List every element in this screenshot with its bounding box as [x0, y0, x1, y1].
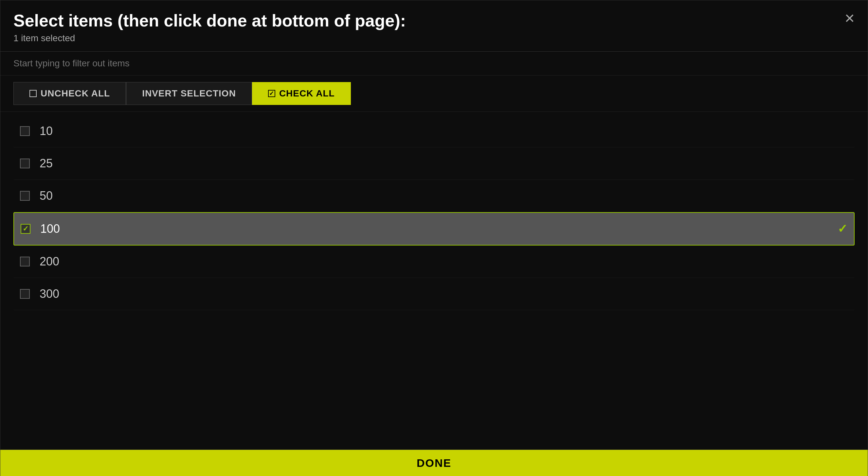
select-items-modal: Select items (then click done at bottom … — [0, 0, 868, 476]
check-icon: ✓ — [268, 90, 275, 97]
modal-footer: DONE — [0, 449, 868, 476]
control-buttons-row: UNCHECK ALL INVERT SELECTION ✓ CHECK ALL — [0, 75, 868, 112]
list-item[interactable]: 25 — [13, 147, 855, 180]
item-checkbox — [20, 257, 30, 266]
item-label: 100 — [40, 222, 60, 236]
list-item[interactable]: 10 — [13, 115, 855, 147]
close-button[interactable]: × — [845, 9, 855, 27]
list-item[interactable]: 200 — [13, 245, 855, 278]
list-item[interactable]: 300 — [13, 278, 855, 310]
modal-title: Select items (then click done at bottom … — [13, 11, 855, 30]
check-all-button[interactable]: ✓ CHECK ALL — [252, 82, 351, 105]
filter-input[interactable] — [13, 58, 855, 69]
item-checkbox — [20, 289, 30, 299]
list-item[interactable]: 50 — [13, 180, 855, 212]
uncheck-all-button[interactable]: UNCHECK ALL — [13, 82, 126, 105]
modal-header: Select items (then click done at bottom … — [0, 0, 868, 52]
filter-row — [0, 52, 868, 75]
item-label: 10 — [40, 124, 53, 138]
item-label: 25 — [40, 157, 53, 170]
item-label: 50 — [40, 189, 53, 203]
invert-selection-button[interactable]: INVERT SELECTION — [126, 82, 252, 105]
items-list: 102550✓100200300 — [0, 112, 868, 449]
done-button[interactable]: DONE — [0, 450, 868, 476]
item-checkbox — [20, 159, 30, 168]
item-checkbox — [20, 126, 30, 136]
item-label: 200 — [40, 255, 59, 268]
item-checkbox — [20, 191, 30, 201]
modal-selected-count: 1 item selected — [13, 33, 855, 43]
uncheck-icon — [29, 90, 37, 97]
item-checkbox: ✓ — [21, 224, 30, 234]
list-item[interactable]: ✓100 — [13, 212, 855, 245]
item-label: 300 — [40, 287, 59, 301]
